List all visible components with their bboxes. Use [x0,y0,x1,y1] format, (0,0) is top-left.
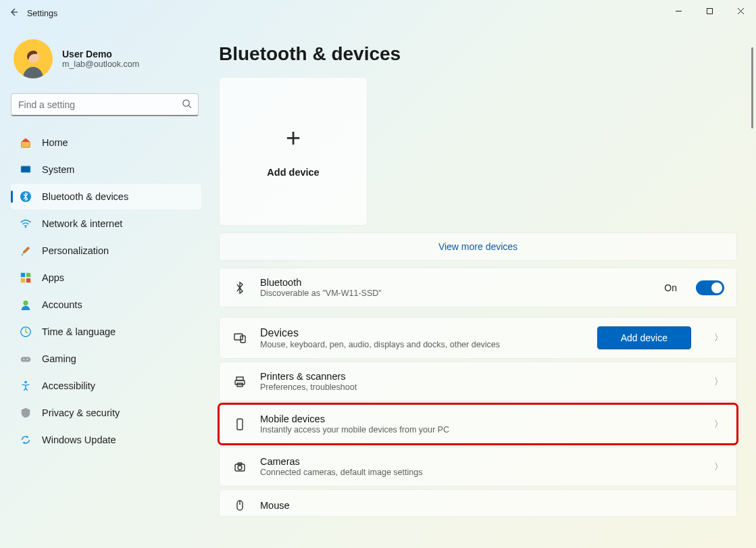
printers-row[interactable]: Printers & scanners Preferences, trouble… [219,362,737,401]
svg-rect-9 [21,278,25,282]
search-input[interactable] [11,93,199,116]
mobile-devices-row[interactable]: Mobile devices Instantly access your mob… [219,404,737,444]
bluetooth-toggle[interactable] [696,280,724,295]
svg-point-15 [27,359,28,360]
profile-email: m_lab@outlook.com [62,59,139,69]
row-title: Cameras [260,456,701,467]
row-title: Bluetooth [260,277,652,288]
nav-apps[interactable]: Apps [11,265,201,291]
nav-label: Apps [42,272,64,283]
row-subtitle: Instantly access your mobile devices fro… [260,425,701,434]
devices-icon [232,331,248,345]
sidebar: User Demo m_lab@outlook.com Home System … [0,27,209,548]
view-more-devices-link[interactable]: View more devices [219,232,737,261]
svg-rect-17 [234,334,243,340]
page-title: Bluetooth & devices [219,43,737,65]
accessibility-icon [19,379,32,393]
nav-accessibility[interactable]: Accessibility [11,373,201,399]
window-controls [663,0,756,22]
devices-row[interactable]: Devices Mouse, keyboard, pen, audio, dis… [219,317,737,359]
bluetooth-toggle-row[interactable]: Bluetooth Discoverable as "VM-W11-SSD" O… [219,268,737,307]
nav-label: Accessibility [42,380,95,391]
add-device-label: Add device [267,167,319,178]
system-icon [19,163,32,176]
printer-icon [232,375,248,389]
nav-list: Home System Bluetooth & devices Network … [11,130,201,453]
row-title: Printers & scanners [260,371,701,382]
update-icon [19,433,32,447]
row-subtitle: Discoverable as "VM-W11-SSD" [260,289,652,298]
svg-rect-4 [22,167,30,172]
bluetooth-icon [19,190,32,203]
chevron-right-icon: 〉 [713,376,724,388]
bluetooth-outline-icon [232,281,248,295]
nav-label: Windows Update [42,434,116,445]
svg-point-24 [238,466,242,470]
link-label: View more devices [438,241,518,252]
nav-windows-update[interactable]: Windows Update [11,427,201,453]
apps-icon [19,271,32,284]
wifi-icon [19,217,32,230]
mouse-icon [232,499,248,512]
profile-name: User Demo [62,49,139,59]
nav-system[interactable]: System [11,157,201,182]
nav-time-language[interactable]: Time & language [11,319,201,345]
svg-point-11 [23,301,28,305]
nav-gaming[interactable]: Gaming [11,346,201,372]
add-device-button[interactable]: Add device [597,326,691,349]
shield-icon [19,406,32,420]
search-box[interactable] [11,93,199,116]
chevron-right-icon: 〉 [713,418,724,430]
row-title: Mouse [260,500,724,511]
nav-personalization[interactable]: Personalization [11,238,201,264]
nav-privacy-security[interactable]: Privacy & security [11,400,201,426]
add-device-tile[interactable]: + Add device [219,77,368,226]
chevron-right-icon: 〉 [713,461,724,473]
nav-label: System [42,164,74,175]
row-subtitle: Mouse, keyboard, pen, audio, displays an… [260,340,585,349]
nav-network[interactable]: Network & internet [11,211,201,236]
back-button[interactable] [0,7,27,20]
profile-block[interactable]: User Demo m_lab@outlook.com [14,39,201,78]
person-icon [19,298,32,312]
svg-rect-20 [235,380,245,384]
svg-rect-0 [707,8,712,14]
svg-rect-13 [21,357,30,362]
scrollbar-thumb[interactable] [751,47,753,128]
maximize-button[interactable] [694,0,725,22]
nav-label: Privacy & security [42,407,120,418]
svg-rect-10 [26,278,30,282]
minimize-button[interactable] [663,0,694,22]
svg-rect-7 [21,273,25,277]
window-title: Settings [27,9,57,18]
cameras-row[interactable]: Cameras Connected cameras, default image… [219,447,737,487]
home-icon [19,136,32,149]
nav-label: Home [42,137,68,148]
nav-label: Bluetooth & devices [42,191,128,202]
svg-rect-8 [26,273,30,277]
row-subtitle: Preferences, troubleshoot [260,382,701,392]
nav-label: Gaming [42,353,76,364]
nav-label: Network & internet [42,218,122,229]
chevron-right-icon: 〉 [713,332,724,344]
nav-home[interactable]: Home [11,130,201,155]
search-icon [182,99,192,111]
mouse-row[interactable]: Mouse [219,489,737,517]
svg-point-2 [183,100,189,106]
svg-point-6 [25,226,26,228]
avatar [14,39,53,78]
nav-accounts[interactable]: Accounts [11,292,201,318]
main-content: Bluetooth & devices + Add device View mo… [209,27,756,548]
close-button[interactable] [725,0,756,22]
titlebar: Settings [0,0,756,27]
svg-rect-22 [237,419,243,430]
brush-icon [19,244,32,257]
toggle-state: On [664,282,677,293]
nav-label: Accounts [42,299,82,310]
svg-point-14 [23,359,24,360]
nav-label: Personalization [42,245,109,256]
gamepad-icon [19,352,32,366]
globe-clock-icon [19,325,32,339]
nav-bluetooth-devices[interactable]: Bluetooth & devices [11,184,201,209]
svg-point-16 [24,381,27,384]
